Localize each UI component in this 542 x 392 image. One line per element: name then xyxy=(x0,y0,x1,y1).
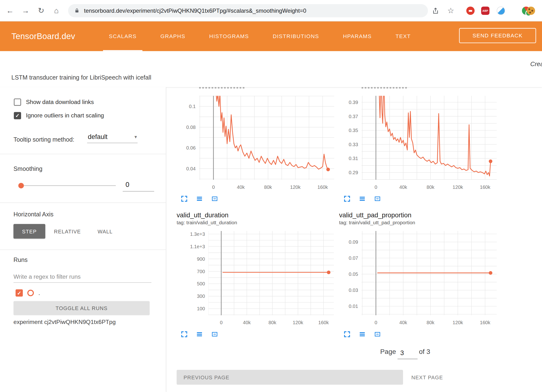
tensorboard-appbar: TensorBoard.dev SCALARS GRAPHS HISTOGRAM… xyxy=(0,21,542,51)
valid-utt-pad-proportion-chart[interactable]: 0.010.030.050.070.09040k80k120k160k xyxy=(340,231,500,330)
x-tick-label: 40k xyxy=(399,320,407,325)
home-button[interactable]: ⌂ xyxy=(51,5,62,16)
endpoint-dot xyxy=(326,168,330,171)
y-tick-label: 0.1 xyxy=(189,104,196,109)
y-tick-label: 300 xyxy=(197,294,205,299)
home-icon: ⌂ xyxy=(54,6,59,15)
view-runs-icon xyxy=(358,195,366,203)
smoothing-slider-track[interactable] xyxy=(19,185,116,186)
expand-chart-icon xyxy=(343,330,351,338)
x-tick-label: 0 xyxy=(220,320,223,325)
tab-distributions[interactable]: DISTRIBUTIONS xyxy=(267,21,325,51)
scalar-chart-top-right[interactable]: 0.290.310.330.350.370.39040k80k120k160k xyxy=(340,96,500,195)
share-icon xyxy=(432,6,439,15)
fit-domain-button[interactable] xyxy=(211,195,219,203)
browser-chrome: ← → ↻ ⌂ tensorboard.dev/experiment/cj2vt… xyxy=(0,0,542,21)
y-tick-label: 700 xyxy=(197,269,205,274)
smoothing-slider-thumb[interactable] xyxy=(18,183,24,188)
page-number-input[interactable] xyxy=(398,347,418,359)
run-checkbox[interactable]: ✓ xyxy=(16,289,23,296)
smoothing-value-input[interactable] xyxy=(123,178,154,191)
fit-domain-button[interactable] xyxy=(211,330,219,338)
expand-chart-icon xyxy=(343,195,351,203)
scalar-chart-svg[interactable]: 1003005007009001.1e+31.3e+3040k80k120k16… xyxy=(186,231,337,329)
run-name: . xyxy=(38,289,40,296)
forward-button[interactable]: → xyxy=(20,5,31,16)
sidebar-divider xyxy=(0,250,166,250)
check-icon: ✓ xyxy=(15,113,20,118)
fit-domain-icon xyxy=(374,330,381,338)
y-tick-label: 0.06 xyxy=(186,145,196,151)
y-tick-label: 900 xyxy=(197,256,205,262)
share-button[interactable] xyxy=(430,5,441,16)
toggle-all-runs-button[interactable]: TOGGLE ALL RUNS xyxy=(13,301,150,315)
blue-extension-icon[interactable] xyxy=(497,6,505,15)
y-tick-label: 500 xyxy=(197,281,205,286)
show-download-links-checkbox[interactable] xyxy=(14,98,21,106)
axis-relative-button[interactable]: RELATIVE xyxy=(50,224,85,239)
x-tick-label: 0 xyxy=(212,184,215,190)
tooltip-sorting-value: default xyxy=(88,133,107,141)
scalar-chart-top-left[interactable]: 0.040.060.080.1040k80k120k160k xyxy=(177,96,337,195)
brand-logo[interactable]: TensorBoard.dev xyxy=(12,21,75,51)
chart-toolbar xyxy=(180,195,219,203)
y-tick-label: 0.01 xyxy=(349,304,358,309)
chart-toolbar xyxy=(343,330,381,338)
bookmark-star-button[interactable]: ☆ xyxy=(445,5,456,16)
scalar-chart-svg[interactable]: 0.290.310.330.350.370.39040k80k120k160k xyxy=(340,96,500,194)
view-runs-icon xyxy=(196,195,203,203)
x-tick-label: 80k xyxy=(427,320,434,325)
tab-graphs[interactable]: GRAPHS xyxy=(155,21,191,51)
tab-histograms[interactable]: HISTOGRAMS xyxy=(203,21,255,51)
view-runs-button[interactable] xyxy=(358,330,366,338)
runs-filter-input[interactable] xyxy=(13,271,151,283)
chart-toolbar xyxy=(180,330,219,338)
scalar-chart-svg[interactable]: 0.040.060.080.1040k80k120k160k xyxy=(177,96,337,194)
run-color-swatch xyxy=(27,290,34,296)
tab-hparams[interactable]: HPARAMS xyxy=(337,21,378,51)
view-runs-button[interactable] xyxy=(196,195,203,203)
back-icon: ← xyxy=(6,6,14,15)
experiment-header: Crea LSTM transducer training for LibriS… xyxy=(0,51,542,87)
expand-chart-button[interactable] xyxy=(343,195,351,203)
x-tick-label: 40k xyxy=(399,184,407,190)
sidebar-divider xyxy=(0,202,166,203)
view-runs-button[interactable] xyxy=(358,195,366,203)
expand-chart-button[interactable] xyxy=(180,330,188,338)
tooltip-sorting-dropdown[interactable]: default ▾ xyxy=(87,133,138,143)
lock-icon xyxy=(74,8,80,14)
fit-domain-button[interactable] xyxy=(374,195,381,203)
endpoint-dot xyxy=(489,271,492,275)
send-feedback-button[interactable]: SEND FEEDBACK xyxy=(459,28,536,43)
view-runs-button[interactable] xyxy=(196,330,203,338)
previous-page-button[interactable]: PREVIOUS PAGE xyxy=(177,370,403,385)
reload-button[interactable]: ↻ xyxy=(36,5,47,16)
tooltip-sorting-label: Tooltip sorting method: xyxy=(13,136,74,143)
url-bar[interactable]: tensorboard.dev/experiment/cj2vtPiwQHKN9… xyxy=(68,4,428,17)
run-line xyxy=(378,96,491,176)
x-tick-label: 0 xyxy=(375,184,377,190)
back-button[interactable]: ← xyxy=(5,5,16,16)
view-runs-icon xyxy=(196,330,203,338)
fit-domain-button[interactable] xyxy=(374,330,381,338)
fit-domain-icon xyxy=(211,195,219,203)
show-download-links-row: Show data download links xyxy=(14,98,94,106)
adblock-extension-icon[interactable] xyxy=(466,6,475,15)
axis-step-button[interactable]: STEP xyxy=(13,224,45,239)
y-tick-label: 0.29 xyxy=(349,170,358,175)
tab-scalars[interactable]: SCALARS xyxy=(103,21,143,51)
cookie-extension-icon[interactable] xyxy=(527,6,535,15)
scalar-chart-svg[interactable]: 0.010.030.050.070.09040k80k120k160k xyxy=(340,231,500,329)
next-page-button[interactable]: NEXT PAGE xyxy=(411,370,443,385)
expand-chart-button[interactable] xyxy=(343,330,351,338)
axis-wall-button[interactable]: WALL xyxy=(91,224,120,239)
y-tick-label: 0.35 xyxy=(349,128,358,133)
chart-title-valid-utt-duration: valid_utt_duration xyxy=(177,212,228,219)
endpoint-dot xyxy=(489,160,492,163)
sidebar-divider xyxy=(0,154,166,154)
tab-text[interactable]: TEXT xyxy=(390,21,417,51)
valid-utt-duration-chart[interactable]: 1003005007009001.1e+31.3e+3040k80k120k16… xyxy=(186,231,337,330)
expand-chart-button[interactable] xyxy=(180,195,188,203)
abp-extension-icon[interactable]: ABP xyxy=(481,6,490,15)
ignore-outliers-checkbox[interactable]: ✓ xyxy=(14,112,21,119)
